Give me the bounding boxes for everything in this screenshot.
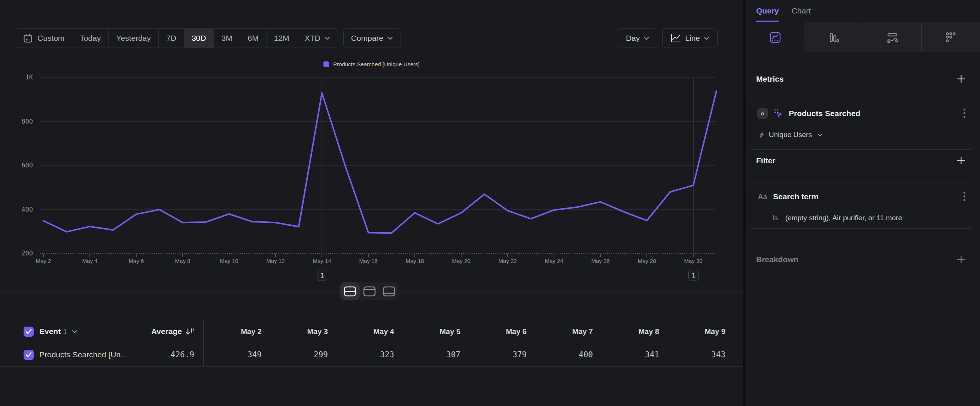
chevron-down-icon — [387, 36, 393, 40]
day-column-header[interactable]: May 2 — [204, 327, 262, 336]
filter-operator[interactable]: Is — [772, 214, 778, 222]
range-today[interactable]: Today — [72, 29, 108, 48]
add-filter-button[interactable] — [956, 156, 966, 165]
legend-label: Products Searched [Unique Users] — [333, 61, 420, 67]
layout-toggle — [340, 282, 399, 300]
add-metric-button[interactable] — [956, 74, 966, 84]
y-axis-tick-label: 1K — [0, 73, 33, 81]
day-column-header[interactable]: May 5 — [394, 327, 460, 336]
viz-tab-group — [805, 22, 980, 53]
event-column-header[interactable]: Event — [39, 327, 60, 336]
aggregation-dropdown[interactable]: Unique Users — [769, 131, 812, 139]
chevron-down-icon[interactable] — [72, 330, 78, 333]
day-column-header[interactable]: May 3 — [262, 327, 328, 336]
x-axis-tick-label: May 20 — [452, 258, 470, 264]
chevron-down-icon — [643, 36, 649, 40]
layout-split-button[interactable] — [340, 282, 360, 300]
compare-button[interactable]: Compare — [343, 29, 401, 48]
panel-divider[interactable] — [743, 0, 746, 406]
viz-tab-bar[interactable] — [805, 22, 863, 53]
x-axis-tick-label: May 12 — [266, 258, 285, 264]
filter-card[interactable]: Aa Search term Is (empty string), Air pu… — [750, 182, 973, 229]
plus-icon — [956, 255, 966, 264]
range-6m[interactable]: 6M — [240, 29, 267, 48]
metric-kebab-menu[interactable] — [962, 107, 967, 119]
range-3m[interactable]: 3M — [214, 29, 240, 48]
granularity-label: Day — [626, 34, 640, 43]
day-column-header[interactable]: May 8 — [593, 327, 659, 336]
line-chart[interactable] — [0, 53, 743, 293]
viz-tab-flows[interactable] — [863, 22, 922, 53]
metric-card[interactable]: A Products Searched # Unique Users — [750, 99, 973, 150]
range-yesterday[interactable]: Yesterday — [108, 29, 159, 48]
x-axis-tick-label: May 14 — [313, 258, 331, 264]
row-event-name[interactable]: Products Searched [Un... — [39, 350, 127, 359]
insights-line-icon — [769, 32, 781, 43]
x-axis-tick-label: May 30 — [684, 258, 702, 264]
x-axis-tick-label: May 18 — [406, 258, 424, 264]
retention-dots-icon — [945, 32, 957, 43]
chevron-down-icon[interactable] — [817, 133, 823, 137]
tab-chart-label: Chart — [792, 6, 811, 15]
tab-chart[interactable]: Chart — [792, 0, 811, 22]
check-icon — [25, 329, 32, 334]
chevron-down-icon — [704, 36, 710, 40]
annotation-badge[interactable]: 1 — [317, 270, 327, 281]
metrics-title: Metrics — [756, 75, 784, 84]
metrics-section-header: Metrics — [756, 74, 966, 84]
filter-kebab-menu[interactable] — [962, 190, 967, 203]
day-value-cell: 343 — [659, 350, 725, 359]
x-axis-tick-label: May 26 — [591, 258, 609, 264]
range-7d[interactable]: 7D — [159, 29, 184, 48]
results-table: Event 1 Average May 2May 3May 4May 5May … — [0, 320, 743, 367]
average-column-header[interactable]: Average — [151, 327, 182, 336]
compare-label: Compare — [351, 34, 383, 43]
bar-chart-icon — [828, 32, 840, 43]
filter-value[interactable]: (empty string), Air purifier, or 11 more — [785, 214, 902, 222]
table-row: Products Searched [Un... 426.9 349299323… — [0, 343, 743, 367]
query-sidebar: Query Chart — [746, 0, 980, 406]
select-all-checkbox[interactable] — [24, 326, 34, 337]
filter-title: Filter — [756, 156, 775, 165]
legend-color-swatch — [323, 61, 329, 67]
metric-name: Products Searched — [789, 109, 957, 118]
day-column-header[interactable]: May 7 — [527, 327, 593, 336]
range-12m[interactable]: 12M — [267, 29, 297, 48]
day-column-header[interactable]: May 9 — [659, 327, 725, 336]
viz-tab-insights[interactable] — [746, 22, 805, 53]
x-axis-tick-label: May 16 — [359, 258, 377, 264]
chart-legend[interactable]: Products Searched [Unique Users] — [0, 61, 743, 67]
row-checkbox[interactable] — [24, 350, 34, 360]
breakdown-section-header: Breakdown — [756, 255, 966, 264]
granularity-dropdown[interactable]: Day — [618, 29, 657, 48]
visualization-tabs — [746, 22, 980, 53]
layout-chart-only-button[interactable] — [360, 282, 379, 300]
annotation-badge[interactable]: 1 — [688, 270, 698, 281]
tab-query[interactable]: Query — [756, 0, 779, 22]
range-xtd[interactable]: XTD — [297, 29, 338, 48]
day-column-header[interactable]: May 6 — [460, 327, 527, 336]
sidebar-tabs: Query Chart — [746, 0, 980, 22]
x-axis-tick-label: May 22 — [498, 258, 517, 264]
day-values: 349299323307379400341343 — [203, 343, 743, 366]
breakdown-title: Breakdown — [756, 255, 799, 264]
range-custom[interactable]: Custom — [15, 29, 72, 48]
add-breakdown-button[interactable] — [956, 255, 966, 264]
report-toolbar: CustomTodayYesterday7D30D3M6M12MXTD Comp… — [15, 29, 718, 48]
y-axis-tick-label: 800 — [0, 118, 33, 125]
day-value-cell: 299 — [262, 350, 328, 359]
series-line[interactable] — [43, 91, 716, 233]
range-30d[interactable]: 30D — [184, 29, 214, 48]
plus-icon — [956, 74, 966, 84]
string-property-icon: Aa — [757, 193, 768, 201]
day-column-header[interactable]: May 4 — [328, 327, 394, 336]
viz-tab-retention[interactable] — [921, 22, 980, 53]
chart-type-dropdown[interactable]: Line — [662, 29, 718, 48]
chart-type-label: Line — [685, 34, 700, 43]
check-icon — [25, 352, 32, 357]
sort-descending-icon[interactable] — [185, 327, 194, 336]
row-average-value: 426.9 — [171, 350, 194, 359]
layout-top-bar-icon — [363, 286, 376, 297]
layout-table-only-button[interactable] — [379, 282, 399, 300]
metric-letter-badge: A — [757, 108, 768, 119]
